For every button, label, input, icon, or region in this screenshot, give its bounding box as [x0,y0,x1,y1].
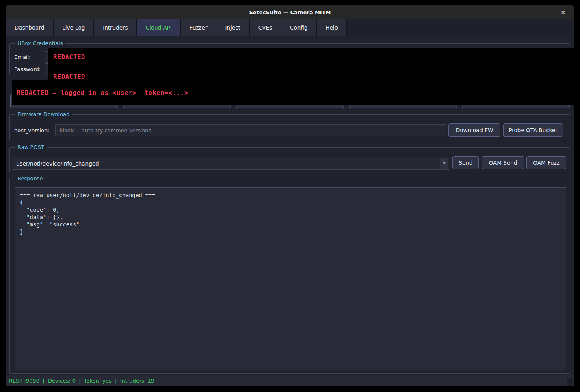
oam-send-button[interactable]: OAM Send [482,156,524,169]
tab-bar: Dashboard Live Log Intruders Cloud API F… [6,19,574,36]
status-bar: REST :9090 | Devices: 0 | Token: yes | I… [6,375,574,386]
title-bar: SetecSuite — Camera MITM ✕ [6,5,574,19]
firmware-download-group-label: Firmware Download [15,111,72,117]
tab-config[interactable]: Config [281,19,317,36]
resize-grip[interactable] [567,378,573,386]
redacted-login-status-text: REDACTED — logged in as <user> token=<..… [17,89,188,97]
cloud-api-panel: UBox Credentials Email: Password: REDACT… [6,36,574,375]
endpoint-combobox-value: user/noti/device/info_changed [12,160,440,167]
app-window: SetecSuite — Camera MITM ✕ Dashboard Liv… [6,5,574,386]
window-title: SetecSuite — Camera MITM [249,9,331,15]
redaction-overlay-1 [48,48,574,81]
tab-dashboard[interactable]: Dashboard [6,19,54,36]
redacted-password-text: REDACTED [53,73,85,80]
tab-cves[interactable]: CVEs [250,19,281,36]
endpoint-combobox[interactable]: user/noti/device/info_changed ▼ [12,157,449,170]
oam-fuzz-button[interactable]: OAM Fuzz [526,156,566,169]
tab-inject[interactable]: Inject [216,19,249,36]
send-button[interactable]: Send [452,156,479,169]
redacted-email-text: REDACTED [53,54,85,61]
response-output[interactable]: === raw user/noti/device/info_changed ==… [15,187,566,370]
ubox-credentials-group-label: UBox Credentials [15,40,65,46]
tab-cloud-api[interactable]: Cloud API [137,19,181,36]
download-fw-button[interactable]: Download FW [448,123,500,137]
response-group-label: Response [15,175,45,181]
email-label: Email: [14,54,30,60]
host-version-input[interactable] [55,124,446,136]
status-text: REST :9090 | Devices: 0 | Token: yes | I… [6,378,154,384]
chevron-down-icon[interactable]: ▼ [440,158,448,169]
tab-help[interactable]: Help [317,19,347,36]
tab-intruders[interactable]: Intruders [94,19,137,36]
close-icon[interactable]: ✕ [558,8,567,17]
host-version-label: host_version: [14,127,50,134]
probe-ota-bucket-button[interactable]: Probe OTA Bucket [503,123,563,137]
tab-fuzzer[interactable]: Fuzzer [181,19,217,36]
raw-post-group-label: Raw POST [15,144,47,150]
password-label: Password: [14,66,41,72]
tab-live-log[interactable]: Live Log [54,19,94,36]
